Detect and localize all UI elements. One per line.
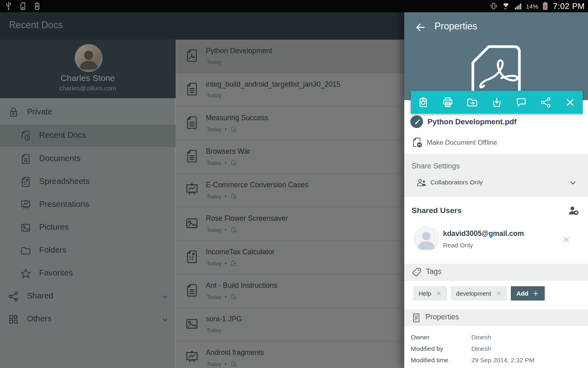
offline-available-icon	[230, 193, 237, 200]
share-button[interactable]	[539, 96, 552, 109]
remove-user-icon[interactable]	[562, 235, 571, 244]
shared-user-email: kdavid3005@gmail.com	[443, 229, 524, 238]
doc-title: E-Commerce Conversion Cases	[206, 181, 308, 189]
presentation-file-icon	[184, 350, 200, 365]
chevron-down-icon[interactable]	[568, 177, 578, 188]
sidebar-item-recent-docs[interactable]: Recent Docs	[0, 124, 176, 148]
app-screen: 14% 7:02 PM Recent Docs Charles Stone ch…	[0, 0, 588, 368]
sidebar-item-pictures[interactable]: Pictures	[0, 216, 176, 239]
doc-title: Python Development	[206, 47, 272, 55]
property-value: Dinesh	[471, 345, 491, 352]
sidebar-item-label: Private	[27, 107, 52, 117]
status-bar-right: 14% 7:02 PM	[489, 1, 588, 11]
doc-row-python-development[interactable]: Python Development Today	[176, 40, 404, 73]
doc-date: Today	[207, 361, 221, 367]
doc-row[interactable]: integ_build_android_targetlist_jan30_201…	[176, 73, 404, 107]
print-button[interactable]	[441, 96, 454, 109]
doc-date: Today	[207, 294, 221, 300]
doc-row[interactable]: E-Commerce Conversion Cases Today	[176, 174, 404, 207]
pencil-icon	[413, 118, 420, 125]
doc-date: Today	[207, 92, 221, 99]
sidebar-nav: Private Recent Docs Documents Spreadshee…	[0, 101, 176, 331]
sidebar-item-label: Documents	[39, 154, 80, 163]
avatar	[414, 226, 439, 251]
shared-user-permission: Read Only	[443, 242, 473, 249]
tags-title: Tags	[426, 267, 441, 276]
download-button[interactable]	[490, 96, 503, 109]
sidebar-item-label: Pictures	[39, 222, 69, 232]
rename-button[interactable]	[410, 115, 423, 128]
doc-row[interactable]: Ant - Build Instructions Today	[176, 274, 404, 308]
sidebar: Charles Stone charles@zillum.com Private…	[0, 40, 176, 368]
properties-panel: Properties Python Development.pdf Make D…	[404, 12, 588, 368]
profile-card[interactable]: Charles Stone charles@zillum.com	[0, 40, 176, 98]
sidebar-item-others[interactable]: Others	[0, 308, 176, 331]
sidebar-item-favorites[interactable]: Favorites	[0, 262, 176, 285]
tag-icon	[411, 267, 422, 278]
property-label: Modified by	[411, 345, 470, 352]
property-row-modified-by: Modified by Dinesh	[411, 345, 582, 355]
move-to-folder-button[interactable]	[466, 96, 479, 109]
plus-icon	[532, 290, 539, 297]
document-file-icon	[184, 148, 200, 164]
recent-docs-icon	[20, 130, 32, 142]
add-person-icon[interactable]	[568, 204, 580, 217]
document-file-icon	[184, 283, 200, 298]
vibrate-icon	[489, 2, 498, 11]
doc-row[interactable]: Browsers War Today	[176, 140, 404, 174]
tag-label: development	[456, 290, 491, 297]
avatar-placeholder-icon	[414, 227, 439, 251]
doc-date: Today	[207, 160, 221, 166]
doc-row[interactable]: sora-1.JPG Today	[176, 308, 404, 341]
sidebar-item-spreadsheets[interactable]: Spreadsheets	[0, 171, 176, 193]
others-grid-icon	[7, 313, 20, 325]
sidebar-item-label: Favorites	[39, 268, 73, 278]
back-icon[interactable]	[415, 22, 426, 33]
remove-tag-icon[interactable]	[496, 290, 502, 296]
offline-available-icon	[230, 260, 237, 267]
status-bar: 14% 7:02 PM	[0, 0, 588, 12]
tag-chip-help[interactable]: Help	[413, 286, 447, 301]
avatar	[75, 44, 102, 72]
close-button[interactable]	[564, 96, 577, 109]
doc-row[interactable]: Android fragments Today	[176, 341, 404, 368]
doc-title: Android fragments	[206, 348, 264, 357]
doc-row[interactable]: Rose Flower Screensaver Today	[176, 207, 404, 241]
make-offline-row[interactable]: Make Document Offline	[404, 135, 588, 154]
property-row-modified-time: Modified time 29 Sep 2014, 2:32 PM	[411, 357, 582, 366]
tags-section-header: Tags	[404, 264, 588, 281]
offline-available-icon	[230, 126, 237, 132]
no-sim-icon	[18, 2, 27, 11]
doc-row[interactable]: Measuring Success Today	[176, 107, 404, 140]
tag-chip-development[interactable]: development	[451, 286, 507, 301]
page-title: Recent Docs	[9, 20, 63, 31]
chevron-down-icon	[160, 315, 170, 325]
battery-saver-icon	[33, 2, 42, 11]
usb-icon	[4, 2, 13, 11]
add-tag-button[interactable]: Add	[511, 286, 545, 301]
sidebar-item-private[interactable]: Private	[0, 101, 176, 124]
offline-available-icon	[230, 361, 237, 367]
collaborators-icon	[416, 177, 428, 189]
sidebar-item-label: Folders	[39, 245, 67, 255]
clock: 7:02 PM	[553, 2, 585, 11]
comment-button[interactable]	[515, 96, 528, 109]
avatar-photo	[76, 45, 102, 71]
star-icon	[20, 267, 32, 280]
tag-label: Help	[419, 290, 431, 297]
remove-tag-icon[interactable]	[436, 290, 442, 296]
property-value: 29 Sep 2014, 2:32 PM	[471, 357, 534, 364]
sidebar-item-presentations[interactable]: Presentations	[0, 193, 176, 216]
clipboard-copy-button[interactable]	[417, 96, 430, 109]
sidebar-item-folders[interactable]: Folders	[0, 239, 176, 262]
doc-title: IncomeTax Calculator	[206, 248, 274, 256]
sidebar-item-shared[interactable]: Shared	[0, 285, 176, 308]
property-value: Dinesh	[471, 334, 491, 341]
make-offline-icon	[411, 137, 423, 149]
sidebar-item-documents[interactable]: Documents	[0, 148, 176, 171]
sidebar-item-label: Others	[27, 314, 51, 323]
sidebar-item-label: Recent Docs	[39, 130, 86, 140]
doc-row[interactable]: IncomeTax Calculator Today	[176, 241, 404, 274]
user-email: charles@zillum.com	[0, 85, 176, 92]
property-label: Modified time	[411, 357, 470, 364]
